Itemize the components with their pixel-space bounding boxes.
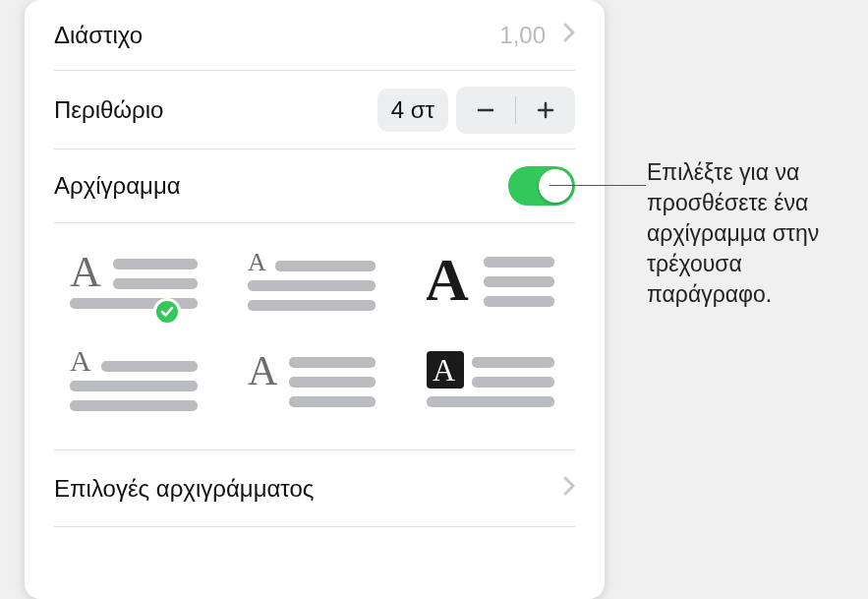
svg-text:A: A [70, 251, 101, 296]
dropcap-style-5[interactable]: A [243, 349, 387, 418]
dropcap-options-row[interactable]: Επιλογές αρχιγράμματος [54, 450, 575, 527]
svg-rect-12 [484, 257, 554, 268]
margin-label: Περιθώριο [54, 96, 163, 124]
line-spacing-value-group: 1,00 [499, 22, 575, 49]
svg-rect-9 [248, 280, 376, 291]
svg-rect-8 [275, 261, 376, 271]
svg-rect-5 [113, 278, 198, 289]
svg-text:A: A [248, 251, 266, 276]
svg-text:A: A [433, 352, 455, 388]
svg-rect-10 [248, 300, 376, 311]
margin-row: Περιθώριο 4 στ [54, 71, 575, 150]
margin-value[interactable]: 4 στ [377, 89, 448, 132]
dropcap-row: Αρχίγραμμα [54, 150, 575, 223]
dropcap-style-3[interactable]: A [421, 251, 565, 320]
svg-rect-18 [70, 400, 198, 411]
line-spacing-label: Διάστιχο [54, 22, 143, 49]
line-spacing-value: 1,00 [499, 22, 546, 49]
svg-rect-14 [484, 296, 554, 307]
callout-leader-line [550, 185, 646, 186]
dropcap-style-6[interactable]: A [421, 349, 565, 418]
dropcap-style-2[interactable]: A [243, 251, 387, 320]
dropcap-styles-grid: A A A [54, 223, 575, 450]
svg-rect-4 [113, 259, 198, 270]
margin-stepper [456, 87, 575, 134]
dropcap-label: Αρχίγραμμα [54, 172, 181, 200]
svg-rect-26 [472, 377, 554, 388]
svg-rect-22 [289, 396, 376, 407]
dropcap-options-label: Επιλογές αρχιγράμματος [54, 475, 314, 503]
svg-rect-17 [70, 381, 198, 391]
svg-text:A: A [248, 349, 278, 393]
dropcap-style-1[interactable]: A [64, 251, 208, 320]
chevron-right-icon [563, 476, 575, 502]
callout-text: Επιλέξτε για να προσθέσετε ένα αρχίγραμμ… [647, 157, 853, 310]
svg-text:A: A [427, 251, 469, 313]
line-spacing-row[interactable]: Διάστιχο 1,00 [54, 0, 575, 71]
margin-increase-button[interactable] [516, 87, 575, 134]
dropcap-style-4[interactable]: A [64, 349, 208, 418]
svg-rect-13 [484, 276, 554, 287]
margin-controls: 4 στ [377, 87, 575, 134]
svg-rect-20 [289, 357, 376, 368]
svg-rect-21 [289, 377, 376, 388]
svg-rect-27 [427, 396, 554, 407]
svg-text:A: A [70, 349, 91, 377]
svg-rect-25 [472, 357, 554, 368]
dropcap-toggle[interactable] [508, 166, 575, 206]
toggle-knob [539, 169, 572, 203]
margin-decrease-button[interactable] [456, 87, 515, 134]
checkmark-icon [153, 298, 181, 326]
format-panel: Διάστιχο 1,00 Περιθώριο 4 στ Αρχίγρα [25, 0, 605, 599]
svg-rect-16 [101, 361, 198, 372]
chevron-right-icon [563, 23, 575, 48]
